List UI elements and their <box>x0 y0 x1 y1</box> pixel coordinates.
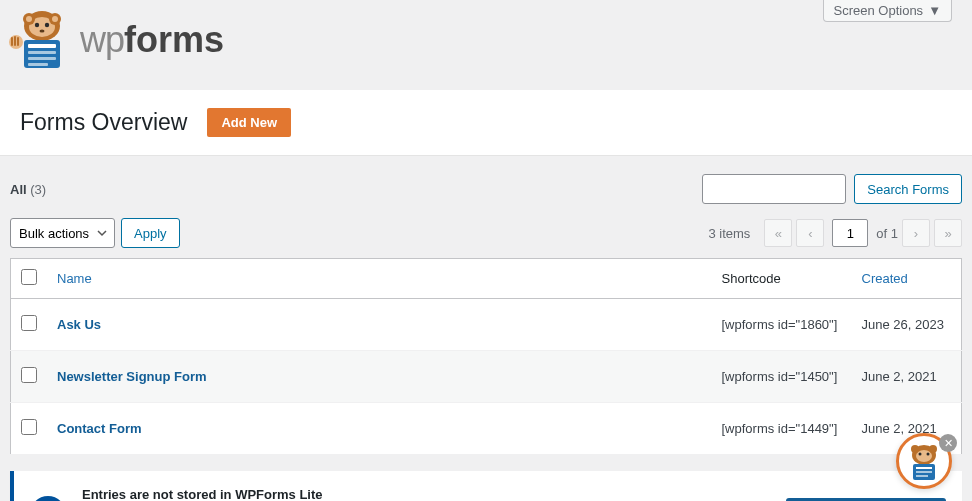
screen-options-label: Screen Options <box>834 3 924 18</box>
pagination: 3 items « ‹ of 1 › » <box>708 219 962 247</box>
screen-options-button[interactable]: Screen Options ▼ <box>823 0 952 22</box>
row-checkbox[interactable] <box>21 315 37 331</box>
filter-all[interactable]: All (3) <box>10 182 46 197</box>
svg-point-18 <box>929 445 937 453</box>
table-header-row: Name Shortcode Created <box>11 259 962 299</box>
forms-table: Name Shortcode Created Ask Us [wpforms i… <box>10 258 962 455</box>
svg-point-8 <box>40 30 45 33</box>
svg-point-16 <box>916 450 932 462</box>
svg-rect-11 <box>28 51 56 54</box>
svg-point-17 <box>911 445 919 453</box>
table-row: Ask Us [wpforms id="1860"] June 26, 2023 <box>11 299 962 351</box>
svg-rect-12 <box>28 57 56 60</box>
form-name-link[interactable]: Contact Form <box>57 421 142 436</box>
svg-rect-10 <box>28 44 56 48</box>
form-created: June 26, 2023 <box>852 299 962 351</box>
svg-rect-23 <box>916 471 932 473</box>
cloud-upload-icon <box>30 496 66 501</box>
wpforms-logo: wpforms <box>6 10 224 70</box>
svg-point-7 <box>45 23 49 27</box>
help-mascot-button[interactable]: ✕ <box>896 433 952 489</box>
svg-point-6 <box>35 23 39 27</box>
apply-button[interactable]: Apply <box>121 218 180 248</box>
pagination-last-button[interactable]: » <box>934 219 962 247</box>
svg-point-20 <box>927 453 930 456</box>
tablenav-top: Bulk actions Apply 3 items « ‹ of 1 › » <box>10 212 962 258</box>
svg-rect-13 <box>28 63 48 66</box>
search-area: Search Forms <box>702 174 962 204</box>
svg-rect-22 <box>916 467 932 469</box>
pagination-count: 3 items <box>708 226 750 241</box>
pagination-prev-button[interactable]: ‹ <box>796 219 824 247</box>
svg-point-4 <box>26 16 32 22</box>
table-row: Contact Form [wpforms id="1449"] June 2,… <box>11 403 962 455</box>
wpforms-wordmark: wpforms <box>80 19 224 61</box>
content: All (3) Search Forms Bulk actions Apply … <box>0 156 972 501</box>
search-input[interactable] <box>702 174 846 204</box>
pagination-next-button[interactable]: › <box>902 219 930 247</box>
page-title: Forms Overview <box>20 109 187 136</box>
entries-notice: Entries are not stored in WPForms Lite E… <box>10 471 962 501</box>
close-icon[interactable]: ✕ <box>939 434 957 452</box>
form-name-link[interactable]: Ask Us <box>57 317 101 332</box>
form-shortcode: [wpforms id="1450"] <box>712 351 852 403</box>
column-name-header[interactable]: Name <box>47 259 712 299</box>
svg-point-19 <box>919 453 922 456</box>
bulk-actions-select[interactable]: Bulk actions <box>10 218 115 248</box>
svg-point-5 <box>52 16 58 22</box>
pagination-of-text: of 1 <box>876 226 898 241</box>
select-all-header <box>11 259 48 299</box>
pagination-current-input[interactable] <box>832 219 868 247</box>
search-button[interactable]: Search Forms <box>854 174 962 204</box>
form-name-link[interactable]: Newsletter Signup Form <box>57 369 207 384</box>
table-row: Newsletter Signup Form [wpforms id="1450… <box>11 351 962 403</box>
filter-row: All (3) Search Forms <box>10 166 962 212</box>
add-new-button[interactable]: Add New <box>207 108 291 137</box>
form-shortcode: [wpforms id="1860"] <box>712 299 852 351</box>
column-created-header[interactable]: Created <box>852 259 962 299</box>
select-all-checkbox[interactable] <box>21 269 37 285</box>
caret-down-icon: ▼ <box>928 3 941 18</box>
page-header: Forms Overview Add New <box>0 90 972 156</box>
plugin-header: wpforms Screen Options ▼ <box>0 0 972 90</box>
column-shortcode-header: Shortcode <box>712 259 852 299</box>
row-checkbox[interactable] <box>21 419 37 435</box>
pagination-first-button[interactable]: « <box>764 219 792 247</box>
bulk-actions: Bulk actions Apply <box>10 218 180 248</box>
svg-rect-24 <box>916 475 928 477</box>
notice-text: Entries are not stored in WPForms Lite E… <box>82 485 770 501</box>
form-shortcode: [wpforms id="1449"] <box>712 403 852 455</box>
form-created: June 2, 2021 <box>852 351 962 403</box>
row-checkbox[interactable] <box>21 367 37 383</box>
wpforms-mascot-icon <box>6 10 72 70</box>
